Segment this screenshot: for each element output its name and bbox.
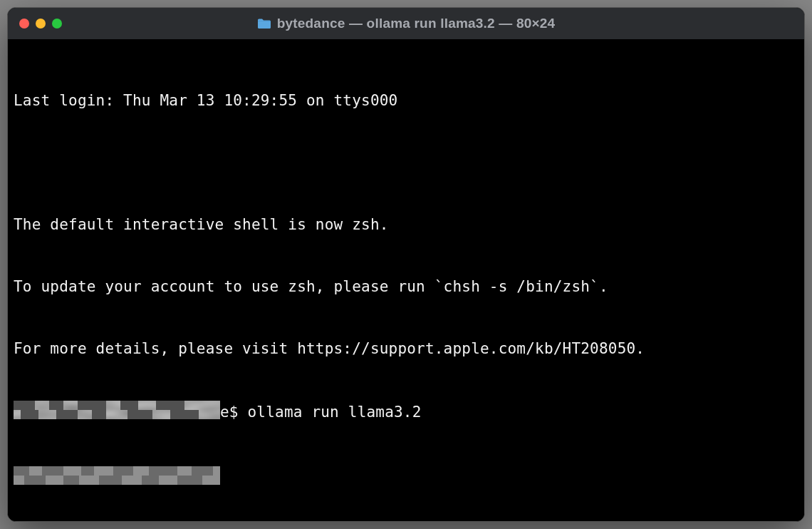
svg-rect-10 (127, 410, 152, 419)
redacted-overlay (14, 466, 220, 491)
svg-rect-19 (24, 476, 46, 485)
svg-rect-23 (177, 476, 202, 485)
close-button[interactable] (19, 19, 29, 29)
pulling-manifest-line (14, 466, 798, 491)
svg-rect-20 (63, 476, 79, 485)
svg-rect-6 (156, 401, 184, 410)
maximize-button[interactable] (52, 19, 62, 29)
zsh-notice-1: The default interactive shell is now zsh… (14, 215, 798, 235)
blank-line (14, 153, 798, 173)
svg-rect-17 (149, 466, 177, 476)
svg-rect-2 (14, 401, 35, 410)
redacted-hostname (14, 401, 220, 425)
svg-rect-7 (21, 410, 38, 419)
svg-rect-5 (120, 401, 138, 410)
svg-rect-11 (170, 410, 199, 419)
svg-rect-4 (78, 401, 106, 410)
window-title: bytedance — ollama run llama3.2 — 80×24 (277, 16, 556, 31)
svg-rect-16 (113, 466, 133, 476)
svg-rect-14 (42, 466, 63, 476)
svg-rect-3 (49, 401, 63, 410)
zsh-notice-2: To update your account to use zsh, pleas… (14, 277, 798, 297)
svg-rect-22 (142, 476, 159, 485)
svg-rect-21 (99, 476, 122, 485)
svg-rect-15 (81, 466, 94, 476)
minimize-button[interactable] (36, 19, 46, 29)
svg-rect-18 (192, 466, 213, 476)
last-login-line: Last login: Thu Mar 13 10:29:55 on ttys0… (14, 91, 798, 111)
svg-rect-9 (92, 410, 106, 419)
terminal-window: bytedance — ollama run llama3.2 — 80×24 … (7, 7, 805, 522)
command-text: e$ ollama run llama3.2 (220, 404, 422, 421)
terminal-body[interactable]: Last login: Thu Mar 13 10:29:55 on ttys0… (8, 39, 804, 521)
shell-prompt-line: e$ ollama run llama3.2 (14, 401, 798, 425)
folder-icon (257, 18, 271, 29)
titlebar: bytedance — ollama run llama3.2 — 80×24 (8, 8, 804, 39)
svg-rect-8 (56, 410, 78, 419)
zsh-notice-3: For more details, please visit https://s… (14, 339, 798, 359)
window-controls (19, 19, 62, 29)
svg-rect-13 (14, 466, 29, 476)
